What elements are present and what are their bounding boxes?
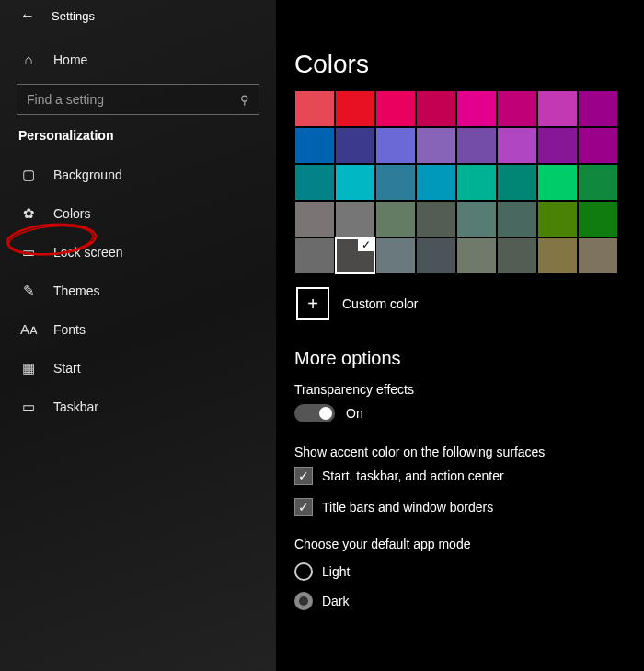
color-swatch[interactable] xyxy=(335,90,375,127)
color-swatch[interactable] xyxy=(456,127,497,164)
color-swatch[interactable] xyxy=(375,164,416,201)
checkbox-start-label: Start, taskbar, and action center xyxy=(322,469,504,483)
checkbox-title-label: Title bars and window borders xyxy=(322,500,493,515)
color-swatch-grid: ✓ xyxy=(294,90,644,274)
sidebar-item-label: Background xyxy=(53,168,122,182)
app-mode-label: Choose your default app mode xyxy=(294,537,644,551)
color-swatch[interactable] xyxy=(497,127,537,164)
color-swatch[interactable] xyxy=(335,127,375,164)
color-swatch[interactable] xyxy=(537,201,578,237)
sidebar-item-taskbar[interactable]: ▭Taskbar xyxy=(0,388,276,426)
app-title: Settings xyxy=(52,9,95,23)
color-swatch[interactable] xyxy=(416,127,456,164)
color-swatch[interactable] xyxy=(497,90,537,127)
colors-icon: ✿ xyxy=(20,205,37,222)
color-swatch[interactable] xyxy=(416,201,456,237)
color-swatch[interactable] xyxy=(335,164,375,201)
plus-icon: + xyxy=(307,294,318,315)
color-swatch[interactable] xyxy=(456,90,497,127)
page-title: Colors xyxy=(294,50,644,79)
color-swatch[interactable] xyxy=(375,127,416,164)
color-swatch[interactable] xyxy=(578,201,618,237)
sidebar-item-label: Lock screen xyxy=(53,245,122,260)
search-icon: ⚲ xyxy=(240,93,249,107)
custom-color-label: Custom color xyxy=(342,296,418,311)
color-swatch[interactable] xyxy=(335,201,375,237)
radio-dark[interactable] xyxy=(294,592,313,610)
color-swatch[interactable] xyxy=(294,164,335,201)
color-swatch[interactable] xyxy=(416,90,456,127)
color-swatch[interactable] xyxy=(294,237,335,274)
sidebar-item-label: Themes xyxy=(53,283,100,298)
color-swatch[interactable] xyxy=(456,164,497,201)
color-swatch[interactable] xyxy=(578,164,618,201)
accent-surfaces-label: Show accent color on the following surfa… xyxy=(294,445,644,459)
color-swatch[interactable] xyxy=(537,164,578,201)
background-icon: ▢ xyxy=(20,167,37,183)
more-options-heading: More options xyxy=(294,348,644,369)
sidebar-item-lock-screen[interactable]: ▭Lock screen xyxy=(0,233,276,272)
sidebar-item-background[interactable]: ▢Background xyxy=(0,156,276,194)
home-label: Home xyxy=(53,52,87,67)
color-swatch[interactable] xyxy=(294,201,335,237)
transparency-label: Transparency effects xyxy=(294,382,644,397)
color-swatch[interactable] xyxy=(497,237,537,274)
color-swatch[interactable] xyxy=(497,201,537,237)
color-swatch[interactable] xyxy=(497,164,537,201)
color-swatch[interactable] xyxy=(578,237,618,274)
sidebar-item-colors[interactable]: ✿Colors xyxy=(0,194,276,233)
home-icon: ⌂ xyxy=(20,52,37,67)
color-swatch[interactable] xyxy=(578,90,618,127)
color-swatch[interactable] xyxy=(537,90,578,127)
main-content: Colors ✓ + Custom color More options Tra… xyxy=(276,0,644,671)
sidebar-item-start[interactable]: ▦Start xyxy=(0,349,276,388)
color-swatch[interactable] xyxy=(375,201,416,237)
sidebar-item-label: Colors xyxy=(53,206,90,221)
search-input[interactable]: Find a setting ⚲ xyxy=(17,84,259,115)
color-swatch[interactable] xyxy=(416,164,456,201)
sidebar-item-home[interactable]: ⌂ Home xyxy=(0,40,276,78)
check-icon: ✓ xyxy=(358,238,374,251)
color-swatch[interactable] xyxy=(456,201,497,237)
radio-dark-label: Dark xyxy=(322,594,350,608)
settings-sidebar: ← Settings ⌂ Home Find a setting ⚲ Perso… xyxy=(0,0,276,671)
checkbox-title-bars[interactable]: ✓ xyxy=(294,498,313,516)
color-swatch[interactable] xyxy=(375,237,416,274)
search-placeholder: Find a setting xyxy=(27,92,104,107)
sidebar-item-themes[interactable]: ✎Themes xyxy=(0,272,276,310)
color-swatch[interactable] xyxy=(416,237,456,274)
checkbox-start-taskbar[interactable]: ✓ xyxy=(294,467,313,485)
lock-screen-icon: ▭ xyxy=(20,244,37,260)
color-swatch[interactable] xyxy=(294,90,335,127)
themes-icon: ✎ xyxy=(20,283,37,299)
sidebar-item-label: Taskbar xyxy=(53,399,98,414)
color-swatch[interactable] xyxy=(456,237,497,274)
custom-color-button[interactable]: + xyxy=(296,287,329,320)
color-swatch[interactable] xyxy=(294,127,335,164)
color-swatch[interactable] xyxy=(578,127,618,164)
start-icon: ▦ xyxy=(20,360,37,376)
sidebar-item-label: Start xyxy=(53,361,81,376)
color-swatch[interactable]: ✓ xyxy=(335,237,375,274)
back-icon[interactable]: ← xyxy=(20,7,35,24)
sidebar-item-label: Fonts xyxy=(53,322,86,337)
transparency-toggle[interactable] xyxy=(294,404,335,422)
sidebar-item-fonts[interactable]: AᴀFonts xyxy=(0,310,276,349)
color-swatch[interactable] xyxy=(537,237,578,274)
fonts-icon: Aᴀ xyxy=(20,321,37,338)
section-label: Personalization xyxy=(0,128,276,156)
color-swatch[interactable] xyxy=(375,90,416,127)
color-swatch[interactable] xyxy=(537,127,578,164)
radio-light-label: Light xyxy=(322,564,350,579)
radio-light[interactable] xyxy=(294,562,313,581)
toggle-state: On xyxy=(346,406,363,421)
taskbar-icon: ▭ xyxy=(20,399,37,415)
